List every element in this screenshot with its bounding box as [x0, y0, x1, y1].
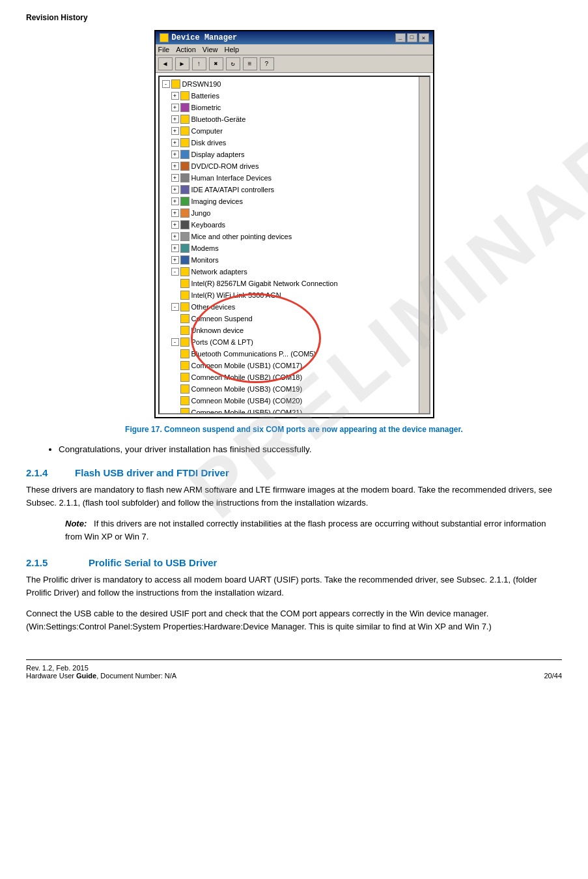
expand-network[interactable]: - — [171, 268, 179, 276]
dm-scrollbar[interactable] — [419, 77, 429, 413]
tree-item-computer[interactable]: + Computer — [171, 125, 427, 137]
tree-item-other[interactable]: - Other devices — [171, 301, 427, 313]
maximize-button[interactable]: □ — [407, 33, 417, 42]
tree-item-bt-com5[interactable]: Bluetooth Communications P... (COM5) — [180, 348, 427, 360]
tree-item-keyboards[interactable]: + Keyboards — [171, 219, 427, 231]
root-label: DRSWN190 — [182, 78, 221, 90]
tree-item-hid[interactable]: + Human Interface Devices — [171, 172, 427, 184]
expand-batteries[interactable]: + — [171, 92, 179, 100]
toolbar-properties[interactable]: ≡ — [243, 57, 257, 70]
section-214-number: 2.1.4 — [26, 467, 48, 478]
expand-modems[interactable]: + — [171, 244, 179, 252]
page-footer: Rev. 1.2, Feb. 2015 Hardware User Guide,… — [26, 659, 562, 680]
section-215-body1: The Prolific driver is mandatory to acce… — [26, 573, 562, 599]
batteries-label: Batteries — [191, 90, 219, 102]
tree-item-monitors[interactable]: + Monitors — [171, 254, 427, 266]
menu-action[interactable]: Action — [176, 46, 196, 53]
dvd-icon — [180, 162, 189, 171]
ports-icon — [180, 338, 189, 347]
expand-ide[interactable]: + — [171, 186, 179, 194]
computer-icon2 — [180, 126, 189, 136]
bullet-item-congrats: Congratulations, your driver installatio… — [59, 444, 562, 454]
tree-item-com21[interactable]: Comneon Mobile (USB5) (COM21) — [180, 407, 427, 414]
dm-window-buttons[interactable]: _ □ ✕ — [395, 33, 429, 42]
expand-monitors[interactable]: + — [171, 256, 179, 264]
tree-item-imaging[interactable]: + Imaging devices — [171, 195, 427, 207]
toolbar-forward[interactable]: ▶ — [175, 57, 189, 70]
expand-computer[interactable]: + — [171, 127, 179, 135]
network-label: Network adapters — [191, 266, 247, 278]
tree-item-ports[interactable]: - Ports (COM & LPT) — [171, 336, 427, 348]
menu-view[interactable]: View — [203, 46, 218, 53]
batteries-icon — [180, 91, 189, 100]
toolbar-help[interactable]: ? — [260, 57, 274, 70]
imaging-icon — [180, 197, 189, 206]
expand-display[interactable]: + — [171, 151, 179, 158]
modems-label: Modems — [191, 242, 219, 254]
tree-item-intel-gigabit[interactable]: Intel(R) 82567LM Gigabit Network Connect… — [180, 278, 427, 289]
expand-imaging[interactable]: + — [171, 197, 179, 205]
tree-item-dvd[interactable]: + DVD/CD-ROM drives — [171, 160, 427, 172]
expand-disk[interactable]: + — [171, 139, 179, 147]
menu-file[interactable]: File — [158, 46, 170, 53]
toolbar-back[interactable]: ◀ — [158, 57, 173, 70]
tree-item-batteries[interactable]: + Batteries — [171, 90, 427, 102]
tree-item-jungo[interactable]: + Jungo — [171, 207, 427, 219]
toolbar-refresh[interactable]: ↻ — [226, 57, 240, 70]
tree-item-disk[interactable]: + Disk drives — [171, 137, 427, 149]
tree-item-network[interactable]: - Network adapters — [171, 266, 427, 278]
ide-label: IDE ATA/ATAPI controllers — [191, 184, 275, 195]
tree-item-com18[interactable]: Comneon Mobile (USB2) (COM18) — [180, 371, 427, 383]
menu-help[interactable]: Help — [224, 46, 239, 53]
tree-item-mice[interactable]: + Mice and other pointing devices — [171, 231, 427, 242]
tree-item-com19[interactable]: Comneon Mobile (USB3) (COM19) — [180, 383, 427, 395]
com19-icon — [180, 384, 189, 394]
tree-item-ide[interactable]: + IDE ATA/ATAPI controllers — [171, 184, 427, 195]
footer-rev: Rev. 1.2, Feb. 2015 Hardware User Guide,… — [26, 664, 176, 680]
expand-jungo[interactable]: + — [171, 209, 179, 217]
expand-biometric[interactable]: + — [171, 104, 179, 111]
tree-item-display[interactable]: + Display adapters — [171, 149, 427, 160]
tree-item-biometric[interactable]: + Biometric — [171, 102, 427, 113]
intel-wifi-label: Intel(R) WiFi Link 5300 AGN — [191, 289, 281, 301]
expand-root[interactable]: - — [162, 80, 170, 88]
tree-item-comneon-suspend[interactable]: Comneon Suspend — [180, 313, 427, 324]
page-header: Revision History — [26, 13, 562, 22]
tree-item-bluetooth[interactable]: + Bluetooth-Geräte — [171, 113, 427, 125]
note-box-214: Note: If this drivers are not installed … — [65, 517, 562, 543]
expand-hid[interactable]: + — [171, 174, 179, 182]
dm-toolbar: ◀ ▶ ↑ ✖ ↻ ≡ ? — [156, 55, 433, 73]
display-icon — [180, 150, 189, 159]
tree-item-com17[interactable]: Comneon Mobile (USB1) (COM17) — [180, 360, 427, 371]
unknown-icon — [180, 326, 189, 335]
bluetooth-label: Bluetooth-Geräte — [191, 113, 246, 125]
other-label: Other devices — [191, 301, 236, 313]
section-215-heading: 2.1.5 Prolific Serial to USB Driver — [26, 557, 562, 568]
toolbar-stop[interactable]: ✖ — [209, 57, 223, 70]
tree-item-unknown[interactable]: Unknown device — [180, 324, 427, 336]
network-icon — [180, 267, 189, 276]
section-215-body2: Connect the USB cable to the desired USI… — [26, 607, 562, 633]
monitors-label: Monitors — [191, 254, 219, 266]
expand-keyboards[interactable]: + — [171, 221, 179, 229]
toolbar-up[interactable]: ↑ — [192, 57, 206, 70]
tree-item-com20[interactable]: Comneon Mobile (USB4) (COM20) — [180, 395, 427, 407]
expand-ports[interactable]: - — [171, 338, 179, 346]
com18-icon — [180, 373, 189, 382]
tree-item-intel-wifi[interactable]: Intel(R) WiFi Link 5300 AGN — [180, 289, 427, 301]
expand-dvd[interactable]: + — [171, 162, 179, 170]
hid-label: Human Interface Devices — [191, 172, 272, 184]
com20-label: Comneon Mobile (USB4) (COM20) — [191, 395, 303, 407]
expand-bluetooth[interactable]: + — [171, 115, 179, 123]
disk-label: Disk drives — [191, 137, 227, 149]
ports-label: Ports (COM & LPT) — [191, 336, 253, 348]
tree-item-modems[interactable]: + Modems — [171, 242, 427, 254]
close-button[interactable]: ✕ — [419, 33, 429, 42]
expand-other[interactable]: - — [171, 303, 179, 311]
section-214-title: Flash USB driver and FTDI Driver — [75, 467, 229, 478]
device-manager-window: Device Manager _ □ ✕ File Action View He… — [154, 30, 434, 418]
monitors-icon — [180, 255, 189, 265]
expand-mice[interactable]: + — [171, 233, 179, 240]
minimize-button[interactable]: _ — [395, 33, 406, 42]
tree-item-root[interactable]: - DRSWN190 — [162, 78, 427, 90]
